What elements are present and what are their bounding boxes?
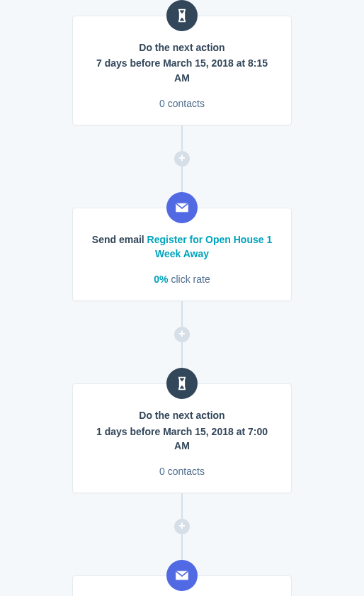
add-step-button[interactable]: + bbox=[174, 151, 190, 167]
plus-icon: + bbox=[178, 152, 185, 164]
delay-detail: 1 days before March 15, 2018 at 7:00 AM bbox=[89, 424, 275, 454]
email-title-row: Send email Register for Open House 1 Wee… bbox=[89, 232, 275, 262]
add-step-button[interactable]: + bbox=[174, 519, 190, 534]
connector-line bbox=[181, 493, 183, 519]
plus-icon: + bbox=[178, 520, 185, 532]
rate-percent: 0% bbox=[154, 274, 168, 285]
connector-line bbox=[181, 342, 183, 368]
plus-icon: + bbox=[178, 328, 185, 339]
email-title-prefix: Send email bbox=[92, 234, 147, 245]
email-link[interactable]: Register for Open House 1 Week Away bbox=[147, 234, 273, 259]
delay-title: Do the next action bbox=[89, 40, 275, 55]
connector-line bbox=[181, 534, 183, 560]
delay-detail: 7 days before March 15, 2018 at 8:15 AM bbox=[89, 56, 275, 85]
connector-line bbox=[181, 167, 183, 192]
connector-line bbox=[181, 301, 183, 327]
email-rate: 0% click rate bbox=[89, 274, 275, 285]
hourglass-icon bbox=[166, 0, 198, 31]
add-step-button[interactable]: + bbox=[174, 327, 190, 342]
email-icon bbox=[166, 192, 198, 223]
delay-title: Do the next action bbox=[89, 408, 275, 422]
workflow-delay-card[interactable]: Do the next action 1 days before March 1… bbox=[72, 383, 292, 493]
workflow-delay-card[interactable]: Do the next action 7 days before March 1… bbox=[72, 16, 292, 125]
rate-label: click rate bbox=[169, 274, 210, 285]
connector-line bbox=[181, 125, 183, 151]
delay-contacts: 0 contacts bbox=[89, 466, 275, 477]
delay-contacts: 0 contacts bbox=[89, 98, 275, 109]
